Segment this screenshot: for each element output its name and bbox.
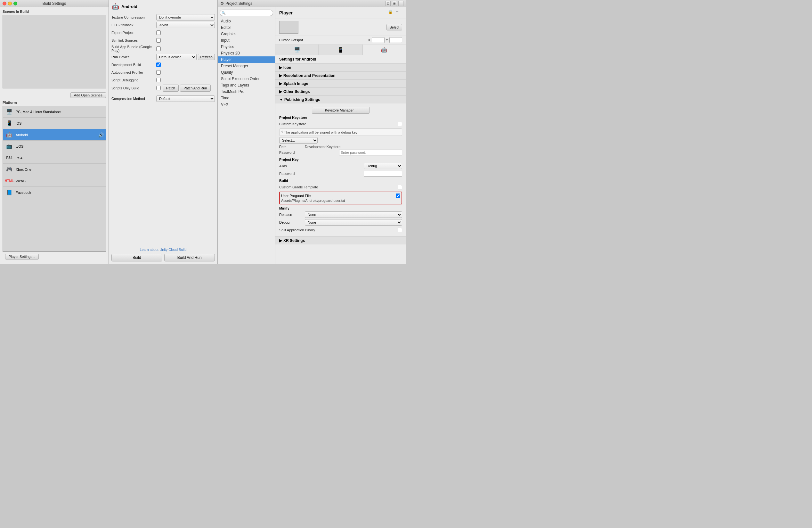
ps-window-ctrl-1[interactable]: ⊡ (386, 1, 391, 6)
resolution-section-header[interactable]: ▶ Resolution and Presentation (275, 72, 406, 80)
platform-item-webgl[interactable]: HTML WebGL (3, 175, 106, 187)
sidebar-item-graphics[interactable]: Graphics (218, 31, 275, 37)
platform-item-ps4[interactable]: PS4 PS4 (3, 152, 106, 164)
sidebar-item-preset-manager[interactable]: Preset Manager (218, 63, 275, 69)
sidebar-item-script-execution-order[interactable]: Script Execution Order (218, 76, 275, 82)
chevron-right-icon-xr: ▶ (279, 238, 282, 243)
resolution-section: ▶ Resolution and Presentation (275, 71, 406, 80)
more-icon[interactable]: ⋯ (396, 10, 402, 16)
build-and-run-button[interactable]: Build And Run (164, 254, 215, 261)
tab-standalone[interactable]: 🖥️ (275, 44, 319, 55)
sidebar-item-physics2d[interactable]: Physics 2D (218, 50, 275, 56)
alias-select[interactable]: Debug (364, 163, 402, 169)
sidebar-item-vfx[interactable]: VFX (218, 101, 275, 108)
script-debugging-checkbox[interactable] (156, 78, 161, 82)
platform-item-android[interactable]: 🤖 Android 🔊 (3, 129, 106, 141)
platform-item-ios[interactable]: 📱 iOS (3, 118, 106, 129)
publishing-content: Keystore Manager... Project Keystore Cus… (275, 103, 406, 237)
proguard-checkbox[interactable] (396, 194, 400, 198)
alias-row: Alias Debug (279, 163, 402, 169)
custom-gradle-checkbox[interactable] (398, 185, 402, 189)
sidebar-item-audio[interactable]: Audio (218, 18, 275, 24)
split-application-checkbox[interactable] (398, 228, 402, 232)
platform-item-standalone[interactable]: 🖥️ PC, Mac & Linux Standalone (3, 106, 106, 118)
publishing-label: Publishing Settings (284, 97, 320, 102)
publishing-header[interactable]: ▼ Publishing Settings (275, 96, 406, 103)
key-password-row: Password (279, 170, 402, 177)
refresh-button[interactable]: Refresh (198, 54, 215, 60)
etc2-fallback-dropdown[interactable]: 32-bit (156, 22, 215, 28)
splash-section-header[interactable]: ▶ Splash Image (275, 80, 406, 87)
y-input[interactable]: 0 (389, 37, 402, 43)
custom-keystore-checkbox[interactable] (398, 122, 402, 126)
platform-item-tvos[interactable]: 📺 tvOS (3, 141, 106, 152)
sidebar-item-textmesh-pro[interactable]: TextMesh Pro (218, 88, 275, 95)
x-input[interactable]: 0 (372, 37, 385, 43)
ps4-icon: PS4 (5, 154, 14, 162)
patch-button[interactable]: Patch (163, 85, 179, 91)
autoconnect-profiler-checkbox[interactable] (156, 70, 161, 75)
search-input[interactable] (220, 10, 273, 16)
sidebar-item-time[interactable]: Time (218, 95, 275, 101)
sidebar-item-physics[interactable]: Physics (218, 44, 275, 50)
other-settings-header[interactable]: ▶ Other Settings (275, 88, 406, 96)
android-header-icon: 🤖 (112, 3, 119, 10)
platform-item-xbox[interactable]: 🎮 Xbox One (3, 164, 106, 175)
maximize-button[interactable] (13, 2, 17, 5)
android-header: 🤖 Android (112, 3, 215, 10)
player-settings-button[interactable]: Player Settings... (5, 254, 39, 259)
keystore-select[interactable]: Select... (279, 137, 318, 144)
minify-debug-row: Debug None (279, 219, 402, 226)
sidebar-item-quality[interactable]: Quality (218, 69, 275, 76)
patch-and-run-button[interactable]: Patch And Run (180, 85, 211, 91)
scripts-only-build-checkbox[interactable] (156, 86, 161, 90)
xr-settings-header[interactable]: ▶ XR Settings (275, 237, 406, 244)
project-settings-title-bar: ⚙ Project Settings (220, 1, 252, 6)
tab-mobile[interactable]: 📱 (319, 44, 362, 55)
android-settings-panel: 🤖 Android Texture Compression Don't over… (109, 0, 218, 264)
add-open-scenes-button[interactable]: Add Open Scenes (70, 92, 106, 98)
traffic-lights (3, 2, 17, 5)
compression-method-dropdown[interactable]: Default (156, 96, 215, 102)
platform-label: Platform (3, 101, 106, 104)
xbox-icon: 🎮 (5, 165, 14, 174)
custom-gradle-row: Custom Gradle Template (279, 184, 402, 190)
texture-compression-dropdown[interactable]: Don't override (156, 14, 215, 20)
select-keystore-row: Select... (279, 137, 402, 144)
key-password-input[interactable] (364, 171, 402, 176)
lock-icon[interactable]: 🔒 (388, 10, 394, 16)
sidebar-item-player[interactable]: Player (218, 56, 275, 63)
tab-android[interactable]: 🤖 (362, 44, 406, 55)
build-app-bundle-checkbox[interactable] (156, 46, 161, 51)
other-settings-label: Other Settings (284, 89, 310, 94)
sidebar-item-tags-and-layers[interactable]: Tags and Layers (218, 82, 275, 88)
platform-name-webgl: WebGL (16, 179, 28, 183)
select-button[interactable]: Select (387, 24, 402, 30)
minify-debug-select[interactable]: None (305, 219, 402, 226)
ps-content: 🔍 Audio Editor Graphics Input Physics Ph… (218, 7, 406, 264)
header-icons: 🔒 ⋯ (388, 10, 402, 16)
learn-link[interactable]: Learn about Unity Cloud Build (140, 248, 186, 252)
minimize-button[interactable] (8, 2, 12, 5)
keystore-manager-button[interactable]: Keystore Manager... (312, 107, 369, 114)
platform-list: 🖥️ PC, Mac & Linux Standalone 📱 iOS 🤖 An… (3, 106, 106, 252)
icon-select-row: Select (275, 19, 406, 36)
minify-release-row: Release None (279, 212, 402, 218)
ps-window-ctrl-2[interactable]: ⊞ (392, 1, 397, 6)
icon-section-header[interactable]: ▶ Icon (275, 64, 406, 71)
password-input[interactable] (339, 149, 402, 155)
minify-release-select[interactable]: None (305, 212, 402, 218)
build-button[interactable]: Build (112, 254, 162, 261)
sidebar-item-input[interactable]: Input (218, 37, 275, 44)
sidebar-item-editor[interactable]: Editor (218, 24, 275, 31)
close-button[interactable] (3, 2, 6, 5)
platform-item-facebook[interactable]: 📘 Facebook (3, 187, 106, 198)
export-project-checkbox[interactable] (156, 30, 161, 35)
run-device-dropdown[interactable]: Default device (156, 54, 197, 60)
ps-window-ctrl-3[interactable]: ⋯ (398, 1, 403, 6)
development-build-checkbox[interactable] (156, 62, 161, 67)
cursor-hotspot-row: Cursor Hotspot X 0 Y 0 (275, 36, 406, 44)
build-settings-window: Build Settings Scenes In Build Add Open … (0, 0, 109, 264)
symlink-sources-checkbox[interactable] (156, 38, 161, 43)
script-debugging-label: Script Debugging (112, 78, 156, 82)
